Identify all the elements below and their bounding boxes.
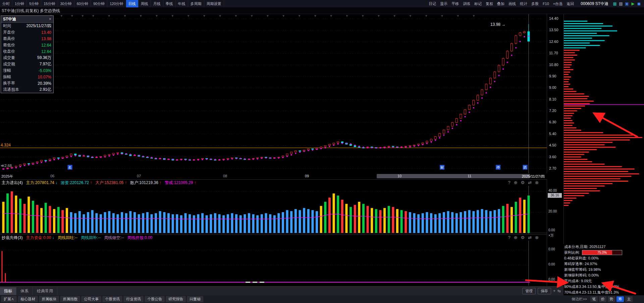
tool-显示[interactable]: 显示: [438, 1, 449, 6]
info-tab-个股资讯[interactable]: 个股资讯: [102, 296, 122, 302]
price-tick: 14.40: [549, 16, 558, 20]
p3-scale-0: 0.00: [548, 247, 555, 251]
info-tab-问董秘[interactable]: 问董秘: [187, 296, 203, 302]
chart-title: ST中迪(日线,前复权) 多空趋势线: [0, 7, 644, 14]
swap-icon[interactable]: ⇄: [528, 180, 532, 185]
quote-row: 收盘价12.64: [1, 48, 53, 55]
indicator-panel-chaodi[interactable]: 抄底先锋(3)主力资金:0.00 ↓周线回吐:--周线回补:--周线做空:--周…: [0, 234, 547, 287]
swap-icon[interactable]: ⇆: [557, 289, 561, 293]
list-icon[interactable]: ▤: [618, 1, 624, 6]
tool-+自选[interactable]: +自选: [551, 1, 565, 6]
info-tab-个股公告[interactable]: 个股公告: [145, 296, 165, 302]
period-tab-30分钟[interactable]: 30分钟: [58, 0, 74, 7]
indicator-stat: 周线做空:--: [104, 235, 124, 241]
date-label: 2025年: [1, 174, 13, 179]
window-icon[interactable]: ▣: [624, 1, 630, 6]
tool-统计[interactable]: 统计: [518, 1, 529, 6]
zoom-icon[interactable]: ⊕: [514, 180, 518, 185]
tool-日记[interactable]: 日记: [427, 1, 438, 6]
tool-多股[interactable]: 多股: [529, 1, 541, 6]
info-tab-所属指数[interactable]: 所属指数: [60, 296, 80, 302]
period-tab-5分钟[interactable]: 5分钟: [27, 0, 41, 7]
zoom-icon[interactable]: ⊕: [514, 235, 518, 240]
sidebar-toggle[interactable]: 侧边栏>>: [572, 297, 587, 302]
play-icon[interactable]: ▶: [630, 1, 636, 6]
tab-体系[interactable]: 体系: [16, 287, 33, 295]
period-tab-年线[interactable]: 年线: [176, 0, 188, 7]
tab-指标[interactable]: 指标: [0, 287, 16, 295]
tool-训练[interactable]: 训练: [461, 1, 472, 6]
cost-line: 筹码穿透率: 24.97%: [564, 261, 643, 267]
close-icon[interactable]: ⊗: [535, 235, 539, 240]
period-tab-周线[interactable]: 周线: [139, 0, 151, 7]
svg-text:≪2.68: ≪2.68: [1, 164, 12, 168]
profit-ratio-row: 获利比例: 75.0%: [564, 250, 643, 255]
mini-tab-主[interactable]: 主: [625, 296, 633, 302]
main-price-chart[interactable]: 4.32413.98 →≪2.68名财停跌: [0, 14, 547, 173]
period-tab-日线[interactable]: 日线: [126, 0, 139, 7]
price-tick: 2.70: [549, 166, 556, 170]
help-icon[interactable]: ?: [508, 180, 510, 185]
period-tab-月线[interactable]: 月线: [151, 0, 163, 7]
swap-icon[interactable]: ⇄: [528, 235, 532, 240]
svg-text:4.324: 4.324: [1, 143, 11, 147]
period-tab-周期设置[interactable]: 周期设置: [204, 0, 224, 7]
chip-distribution-panel[interactable]: [564, 14, 644, 244]
chip-distribution-chart: [564, 14, 644, 244]
expand-button[interactable]: 扩展∧: [1, 296, 17, 302]
info-tab-公司大事[interactable]: 公司大事: [81, 296, 101, 302]
quote-row: 时间2025/11/27/四: [1, 23, 53, 29]
info-tab-研究报告[interactable]: 研究报告: [166, 296, 186, 302]
save-button[interactable]: 保存: [538, 288, 551, 294]
price-tick: 9.90: [549, 74, 556, 78]
zhuli-chart: [0, 186, 547, 234]
cursor-value-box: 36.16: [548, 193, 562, 198]
info-tab-行业资讯[interactable]: 行业资讯: [123, 296, 144, 302]
price-tick: 5.40: [549, 132, 556, 136]
close-icon[interactable]: ×: [49, 17, 51, 21]
mini-tab-筹[interactable]: 筹: [616, 296, 624, 302]
period-tab-多周期[interactable]: 多周期: [188, 0, 204, 7]
mini-tab-价[interactable]: 价: [599, 296, 606, 302]
close-icon[interactable]: ⊗: [535, 180, 539, 185]
tool-平移[interactable]: 平移: [449, 1, 461, 6]
quote-row: 流通股本2.91亿: [1, 86, 53, 93]
indicator-panel-zhuli[interactable]: 主力进出(4)主力:207801.74 ↓游资:220126.72 ↑大户:15…: [0, 179, 547, 234]
price-tick: 8.10: [549, 97, 556, 101]
tool-标记[interactable]: 标记: [472, 1, 484, 6]
period-tab-60分钟[interactable]: 60分钟: [74, 0, 91, 7]
price-tick: 13.50: [549, 28, 558, 32]
settings-icon[interactable]: ⚙: [521, 180, 525, 185]
mini-tab-笔[interactable]: 笔: [590, 296, 598, 302]
panel-icon[interactable]: ◼: [636, 1, 642, 6]
tab-经典常用[interactable]: 经典常用: [33, 287, 57, 295]
settings-icon[interactable]: ⚙: [521, 235, 525, 240]
tool-复权[interactable]: 复权: [484, 1, 495, 6]
period-tab-15分钟[interactable]: 15分钟: [41, 0, 58, 7]
help-icon[interactable]: ?: [508, 235, 510, 240]
quote-row: 涨幅-5.03%: [1, 67, 53, 74]
tool-画线[interactable]: 画线: [506, 1, 518, 6]
info-tab-核心题材[interactable]: 核心题材: [18, 296, 38, 302]
grid-icon[interactable]: ▦: [612, 1, 618, 6]
mini-tab-势[interactable]: 势: [608, 296, 615, 302]
scale-unit: ×万: [548, 233, 554, 238]
quote-title: ST中迪: [3, 16, 16, 22]
indicator-scale: 40.00 36.16 20.00 0.00 ×万 0.00 0.00 0.00: [547, 179, 564, 303]
cost-line: 90%成本3.34-13.50,集中度60.3%: [564, 284, 643, 290]
plus-icon[interactable]: +: [553, 289, 555, 293]
tool-F10[interactable]: F10: [541, 2, 551, 6]
cost-line: 70%成本4.23-13.11,集中度51.3%: [564, 290, 643, 295]
info-tab-所属板块[interactable]: 所属板块: [39, 296, 59, 302]
period-tab-90分钟[interactable]: 90分钟: [91, 0, 107, 7]
period-tab-季线[interactable]: 季线: [163, 0, 176, 7]
top-tools: 日记显示平移训练标记复权叠加画线统计多股F10+自选返回: [427, 1, 576, 6]
period-tab-1分钟[interactable]: 1分钟: [12, 0, 27, 7]
manage-button[interactable]: 管理: [522, 288, 536, 294]
tool-返回[interactable]: 返回: [565, 1, 576, 6]
tool-叠加[interactable]: 叠加: [495, 1, 506, 6]
period-tab-分时[interactable]: 分时: [0, 0, 12, 7]
period-tab-120分钟[interactable]: 120分钟: [107, 0, 126, 7]
bottom-toolbar: 扩展∧ 核心题材所属板块所属指数公司大事个股资讯行业资讯个股公告研究报告问董秘 …: [0, 295, 644, 303]
svg-text:停: 停: [496, 166, 500, 169]
